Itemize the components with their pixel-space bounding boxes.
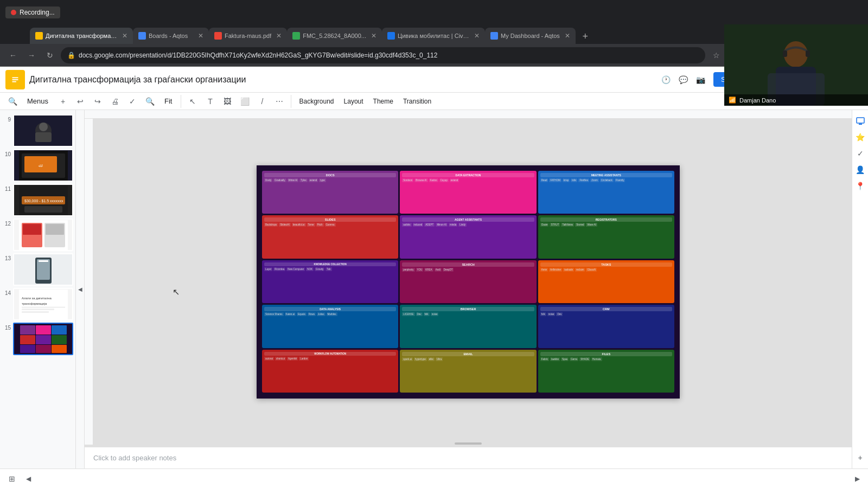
undo-icon[interactable]: ↩ (72, 93, 88, 110)
tab-civic[interactable]: Цивика мобилитас | Civica M... ✕ (382, 28, 485, 44)
panel-expand-button[interactable]: ◀ (22, 472, 35, 485)
slide-content: DOCS Doxly Gradually Writei AI Tylex ext… (257, 165, 680, 399)
agent-item-4: Minon AI (436, 223, 448, 227)
sidebar-add-icon[interactable]: + (854, 451, 867, 464)
tab-close-faktura[interactable]: ✕ (276, 32, 282, 40)
text-icon[interactable]: T (202, 93, 218, 110)
tab-close-fmc[interactable]: ✕ (371, 32, 376, 40)
tab-boards[interactable]: Boards - Aqtos ✕ (133, 28, 209, 44)
data-anal-item-1: Science Shares (264, 312, 284, 316)
panel-right-expand-button[interactable]: ▶ (851, 472, 864, 485)
slides-item-5: Pitch (316, 223, 324, 227)
background-button[interactable]: Background (295, 95, 338, 107)
sidebar-map-icon[interactable]: 📍 (854, 179, 867, 192)
slide-thumb-12[interactable]: 12 (2, 219, 73, 251)
slides-app: Дигитална трансформација за граѓански ор… (0, 67, 868, 488)
address-bar[interactable]: 🔒 docs.google.com/presentation/d/1DB220G… (61, 47, 705, 63)
search-item-1: perplexity (402, 268, 414, 272)
meeting-item-7: Circleback (600, 178, 614, 182)
cursor-indicator: ↖ (173, 287, 180, 297)
tab-close-civic[interactable]: ✕ (474, 32, 480, 40)
category-register: REGISTRATORS Oasie STRUT TalkNotes Stori… (538, 215, 674, 259)
new-tab-button[interactable]: + (578, 29, 593, 44)
knowledge-item-4: NOK (306, 267, 314, 271)
reload-button[interactable]: ↻ (42, 48, 58, 63)
theme-button[interactable]: Theme (369, 95, 398, 107)
slide-img-12[interactable] (13, 219, 73, 251)
svg-rect-36 (36, 335, 51, 344)
menu-search-label[interactable]: Menus (22, 95, 54, 107)
slide-img-9[interactable] (13, 114, 73, 147)
tab-close-slides[interactable]: ✕ (122, 32, 127, 40)
slide-img-14[interactable]: Алати за дигитална трансформација (13, 288, 73, 320)
tab-label-boards: Boards - Aqtos (149, 33, 193, 39)
slide-thumb-15[interactable]: 15 (2, 323, 73, 355)
print-icon[interactable]: 🖨 (107, 93, 123, 110)
cat-label-search: SEARCH (402, 262, 534, 267)
knowledge-item-3: New Computer (286, 267, 305, 271)
cat-label-browser: BROWSER (402, 307, 534, 311)
svg-rect-15 (24, 206, 62, 213)
layout-button[interactable]: Layout (340, 95, 368, 107)
svg-rect-29 (22, 309, 54, 310)
bookmark-icon[interactable]: ☆ (709, 48, 724, 63)
tab-fmc[interactable]: FMC_5.28624_8A000... ✕ (287, 28, 382, 44)
history-icon[interactable]: 🕐 (658, 72, 673, 87)
panel-collapse-button[interactable]: ◀ (76, 110, 85, 468)
grid-view-button[interactable]: ⊞ (4, 471, 20, 486)
line-icon[interactable]: / (254, 93, 270, 110)
camera-icon[interactable]: 📷 (693, 72, 708, 87)
cursor-icon[interactable]: ↖ (184, 93, 201, 110)
speaker-notes-placeholder: Click to add speaker notes (93, 454, 176, 462)
slide-img-11[interactable]: $30,000 - $1.5 xxxxxxx (13, 184, 73, 216)
slide-thumb-10[interactable]: 10 🏎 (2, 149, 73, 182)
add-icon[interactable]: + (55, 93, 71, 110)
sidebar-check-icon[interactable]: ✓ (854, 147, 867, 160)
tasks-item-4: reclaim (575, 268, 585, 272)
app-logo (5, 70, 25, 89)
image-icon[interactable]: 🖼 (219, 93, 235, 110)
zoom-level[interactable]: Fit (159, 95, 177, 107)
sidebar-slides-icon[interactable] (854, 114, 867, 127)
slide-num-13: 13 (2, 253, 11, 261)
notes-handle[interactable] (455, 442, 482, 445)
tab-faktura[interactable]: Faktura-maus.pdf ✕ (209, 28, 287, 44)
forward-button[interactable]: → (24, 48, 39, 63)
category-meeting: MEETING ASSISTANTS Read FATHOM krisp tid… (538, 171, 674, 214)
workflow-item-1: autorat (264, 357, 274, 361)
sidebar-star-icon[interactable]: ⭐ (854, 131, 867, 144)
register-item-2: STRUT (550, 223, 560, 227)
slide-img-10[interactable]: 🏎 (13, 149, 73, 182)
shape-icon[interactable]: ⬜ (237, 93, 253, 110)
cat-label-docs: DOCS (264, 173, 396, 177)
back-button[interactable]: ← (5, 48, 21, 63)
canvas-viewport[interactable]: DOCS Doxly Gradually Writei AI Tylex ext… (85, 119, 852, 445)
tab-close-boards[interactable]: ✕ (198, 32, 203, 40)
search-item-5: DeepDT (443, 268, 454, 272)
sidebar-person-icon[interactable]: 👤 (854, 163, 867, 176)
slide-img-15[interactable] (13, 323, 73, 355)
slide-canvas[interactable]: DOCS Doxly Gradually Writei AI Tylex ext… (257, 165, 680, 399)
spell-icon[interactable]: ✓ (124, 93, 141, 110)
tab-slides[interactable]: Дигитална трансформација ... ✕ (30, 28, 133, 44)
zoom-icon[interactable]: 🔍 (142, 93, 158, 110)
slide-thumb-13[interactable]: 13 (2, 253, 73, 286)
search-tool-icon[interactable]: 🔍 (4, 93, 21, 110)
data-anal-item-6: Marbles (327, 312, 337, 316)
tab-close-dashboard[interactable]: ✕ (565, 32, 570, 40)
knowledge-item-6: Tab (326, 267, 331, 271)
svg-text:Алати за дигитална: Алати за дигитална (22, 297, 52, 300)
more-tool-icon[interactable]: ⋯ (271, 93, 288, 110)
slide-img-13[interactable] (13, 253, 73, 286)
transition-button[interactable]: Transition (399, 95, 436, 107)
slide-thumb-14[interactable]: 14 Алати за дигитална трансформација (2, 288, 73, 320)
tab-dashboard[interactable]: My Dashboard - Aqtos ✕ (485, 28, 576, 44)
comment-icon[interactable]: 💬 (675, 72, 691, 87)
slide-thumb-11[interactable]: 11 $30,000 - $1.5 xxxxxxx (2, 184, 73, 216)
redo-icon[interactable]: ↪ (90, 93, 106, 110)
svg-rect-2 (12, 79, 18, 80)
speaker-notes-area[interactable]: Click to add speaker notes (85, 447, 852, 468)
slide-thumb-9[interactable]: 9 (2, 114, 73, 147)
category-crm: CRM folk noise Dev (538, 305, 674, 348)
cat-items-data-ext: Sordoon Browse AI Kadoo Cayup extend (402, 178, 534, 182)
